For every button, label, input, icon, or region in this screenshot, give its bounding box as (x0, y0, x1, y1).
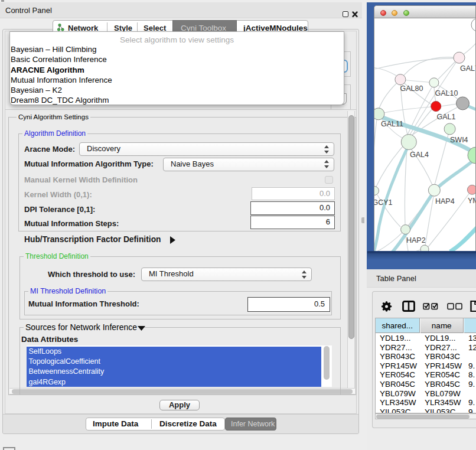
svg-text:GAL7: GAL7 (460, 64, 476, 73)
svg-text:HAP2: HAP2 (406, 236, 426, 244)
svg-text:GAL11: GAL11 (381, 120, 403, 128)
svg-text:GAL4: GAL4 (410, 151, 429, 159)
svg-text:YM: YM (468, 197, 476, 205)
svg-text:GAL1: GAL1 (437, 113, 456, 121)
svg-text:SWI4: SWI4 (450, 136, 468, 144)
svg-text:GAL10: GAL10 (435, 89, 458, 97)
svg-text:GAL80: GAL80 (400, 84, 423, 93)
svg-text:GCY1: GCY1 (374, 198, 393, 207)
svg-text:HAP4: HAP4 (435, 197, 455, 206)
